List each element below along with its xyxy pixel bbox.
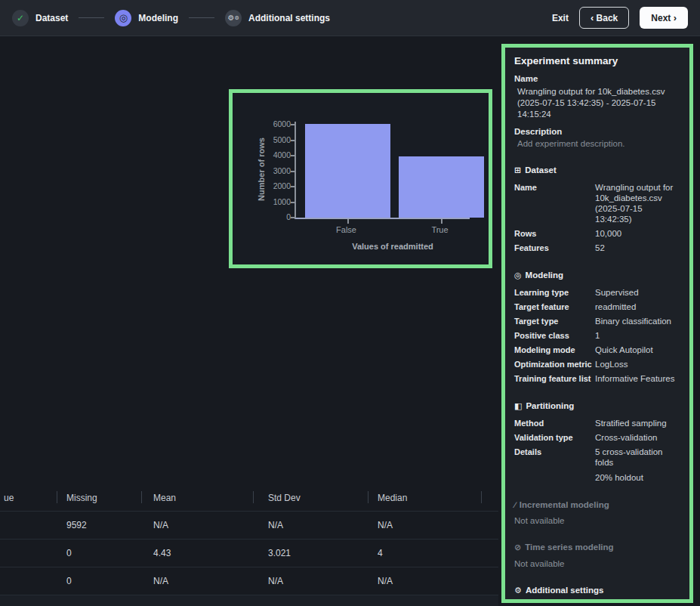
exit-button[interactable]: Exit — [552, 13, 569, 23]
summary-label: Rows — [514, 228, 595, 239]
summary-label: Learning type — [514, 287, 595, 298]
table-icon: ⊞ — [514, 165, 521, 175]
section-status: Not available — [514, 559, 680, 568]
column-header[interactable]: Median — [378, 493, 407, 503]
table-row[interactable]: 0N/AN/AN/A — [0, 567, 498, 595]
summary-label: Method — [514, 418, 595, 428]
summary-value: Quick Autopilot — [595, 345, 680, 355]
table-cell: N/A — [268, 576, 283, 586]
step-additional-settings-label: Additional settings — [248, 13, 330, 23]
summary-label: Validation type — [514, 432, 595, 443]
panel-section-partitioning: ◧PartitioningMethodStratified samplingVa… — [514, 401, 680, 483]
section-title: ⚙Additional settings — [514, 586, 680, 595]
table-cell: 9592 — [66, 520, 87, 530]
column-header[interactable]: ue — [4, 493, 14, 503]
section-title: ◧Partitioning — [514, 401, 680, 411]
panel-title: Experiment summary — [514, 55, 680, 66]
feature-stats-table: ueMissingMeanStd DevMedian 9592N/AN/AN/A… — [0, 485, 498, 606]
table-body: 9592N/AN/AN/A04.433.02140N/AN/AN/A — [0, 511, 498, 595]
gears-icon: ⚙ — [514, 586, 522, 595]
column-resize-handle[interactable] — [368, 491, 369, 503]
y-tick-label: 3000 — [261, 166, 291, 175]
target-icon: ◎ — [514, 271, 522, 280]
table-row[interactable]: 04.433.0214 — [0, 539, 498, 567]
panel-section-incremental-modeling: ∕Incremental modelingNot available — [514, 500, 680, 525]
chart-plot: 0100020003000400050006000 — [294, 122, 470, 219]
summary-row: Target featurereadmitted — [514, 301, 680, 312]
x-tick-label: True — [406, 225, 474, 234]
column-header[interactable]: Mean — [153, 493, 176, 503]
panel-section-additional-settings: ⚙Additional settingsNo settings applied — [514, 586, 680, 603]
summary-label: Details — [514, 447, 595, 483]
summary-value: 1 — [595, 330, 680, 341]
table-header-row: ueMissingMeanStd DevMedian — [0, 485, 498, 511]
section-title: ⊘Time series modeling — [514, 543, 680, 552]
description-input[interactable]: Add experiment description. — [517, 139, 680, 148]
y-tick-label: 5000 — [261, 135, 291, 144]
step-dataset[interactable]: ✓ Dataset — [12, 10, 68, 26]
section-title: ∕Incremental modeling — [514, 500, 680, 509]
step-modeling[interactable]: ◎ Modeling — [115, 10, 178, 26]
summary-value: Informative Features — [595, 373, 680, 384]
x-tick-label: False — [313, 225, 381, 234]
back-button[interactable]: ‹ Back — [579, 7, 629, 29]
summary-value: 10,000 — [595, 228, 680, 239]
summary-row: NameWrangling output for 10k_diabetes.cs… — [514, 182, 680, 224]
x-tick-mark — [441, 219, 443, 224]
partition-icon: ◧ — [514, 401, 522, 410]
summary-row: Target typeBinary classification — [514, 316, 680, 326]
y-tick-mark — [291, 202, 294, 203]
panel-section-dataset: ⊞DatasetNameWrangling output for 10k_dia… — [514, 165, 680, 253]
table-cell: 0 — [66, 576, 72, 586]
chevron-right-icon: › — [674, 12, 677, 23]
column-resize-handle[interactable] — [57, 491, 57, 503]
next-button[interactable]: Next › — [640, 7, 688, 29]
column-header[interactable]: Std Dev — [268, 493, 301, 503]
summary-label: Training feature list — [514, 373, 595, 384]
summary-label: Features — [514, 243, 595, 253]
summary-row: Features52 — [514, 243, 680, 253]
y-tick-mark — [291, 124, 294, 125]
panel-highlight-frame: Experiment summary Name Wrangling output… — [501, 44, 693, 603]
top-actions: Exit ‹ Back Next › — [552, 7, 688, 29]
y-tick-label: 6000 — [261, 119, 291, 128]
summary-value: Binary classification — [595, 316, 680, 326]
summary-value: Stratified sampling — [595, 418, 680, 428]
summary-label: Optimization metric — [514, 359, 595, 369]
summary-value: Supervised — [595, 287, 680, 298]
summary-value: LogLoss — [595, 359, 680, 369]
table-row[interactable]: 9592N/AN/AN/A — [0, 511, 498, 539]
top-bar: ✓ Dataset ◎ Modeling ⚙⚙ Additional setti… — [0, 0, 700, 36]
table-cell: N/A — [153, 520, 168, 530]
column-resize-handle[interactable] — [253, 491, 254, 503]
step-connector — [79, 17, 104, 18]
bar-true — [399, 156, 484, 218]
table-cell: N/A — [153, 576, 168, 586]
y-tick-mark — [291, 171, 294, 172]
y-tick-label: 0 — [261, 212, 291, 221]
main-content: Number of rows 0100020003000400050006000… — [0, 36, 700, 606]
chart-x-axis-title: Values of readmitted — [302, 242, 483, 251]
summary-value: Cross-validation — [595, 432, 680, 443]
column-header[interactable]: Missing — [66, 493, 97, 503]
trend-icon: ∕ — [514, 500, 516, 509]
summary-value: 5 cross-validation folds20% holdout — [595, 447, 680, 483]
panel-section-modeling: ◎ModelingLearning typeSupervisedTarget f… — [514, 271, 680, 384]
table-cell: 0 — [66, 548, 72, 558]
y-tick-mark — [291, 217, 294, 218]
section-title: ⊞Dataset — [514, 165, 680, 175]
step-additional-settings[interactable]: ⚙⚙ Additional settings — [225, 10, 330, 26]
summary-row: Rows10,000 — [514, 228, 680, 239]
column-resize-handle[interactable] — [141, 491, 142, 503]
column-resize-handle[interactable] — [481, 491, 482, 503]
summary-row: Training feature listInformative Feature… — [514, 373, 680, 384]
wizard-stepper: ✓ Dataset ◎ Modeling ⚙⚙ Additional setti… — [12, 10, 552, 26]
summary-label: Target type — [514, 316, 595, 326]
summary-label: Name — [514, 182, 595, 224]
y-tick-mark — [291, 186, 294, 187]
step-modeling-label: Modeling — [138, 13, 178, 23]
summary-row: Learning typeSupervised — [514, 287, 680, 298]
chart-highlight-frame: Number of rows 0100020003000400050006000… — [229, 89, 492, 268]
table-row-partial[interactable] — [0, 595, 498, 606]
table-cell: 4.43 — [153, 548, 171, 558]
